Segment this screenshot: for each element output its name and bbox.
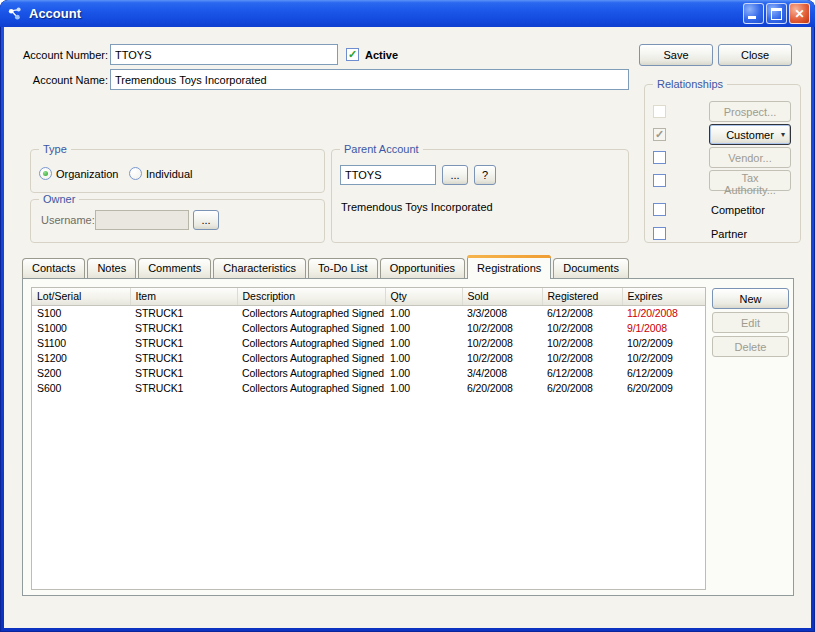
cell-sold: 3/4/2008 bbox=[462, 366, 542, 381]
relationship-row-prospect: Prospect... bbox=[645, 101, 800, 122]
edit-button[interactable]: Edit bbox=[712, 312, 789, 333]
cell-item: STRUCK1 bbox=[130, 381, 237, 396]
cell-registered: 10/2/2008 bbox=[542, 351, 622, 366]
competitor-checkbox[interactable] bbox=[653, 203, 666, 216]
close-window-button[interactable]: ✕ bbox=[789, 3, 810, 24]
account-name-input[interactable] bbox=[110, 69, 629, 90]
checkmark-icon: ✓ bbox=[348, 49, 357, 60]
tab-comments[interactable]: Comments bbox=[138, 258, 211, 278]
vendor-checkbox[interactable] bbox=[653, 151, 666, 164]
tax-authority-button[interactable]: Tax Authority... bbox=[709, 170, 791, 191]
column-header-description[interactable]: Description bbox=[237, 288, 385, 305]
cell-qty: 1.00 bbox=[385, 305, 462, 321]
column-header-expires[interactable]: Expires bbox=[622, 288, 705, 305]
username-input[interactable] bbox=[95, 210, 189, 230]
tax-authority-checkbox[interactable] bbox=[653, 174, 666, 187]
relationship-row-partner: Partner bbox=[645, 224, 800, 245]
column-header-item[interactable]: Item bbox=[130, 288, 237, 305]
table-row[interactable]: S100 STRUCK1 Collectors Autographed Sign… bbox=[32, 305, 705, 321]
tab-opportunities[interactable]: Opportunities bbox=[380, 258, 465, 278]
column-header-registered[interactable]: Registered bbox=[542, 288, 622, 305]
vendor-button[interactable]: Vendor... bbox=[709, 147, 791, 168]
app-icon[interactable] bbox=[7, 6, 23, 22]
prospect-checkbox[interactable] bbox=[653, 105, 666, 118]
cell-description: Collectors Autographed Signed bbox=[237, 321, 385, 336]
cell-qty: 1.00 bbox=[385, 336, 462, 351]
account-window: Account ✕ Account Number: ✓ Active Save … bbox=[0, 0, 815, 632]
cell-qty: 1.00 bbox=[385, 321, 462, 336]
cell-description: Collectors Autographed Signed bbox=[237, 381, 385, 396]
account-number-label: Account Number: bbox=[8, 49, 108, 62]
table-row[interactable]: S600 STRUCK1 Collectors Autographed Sign… bbox=[32, 381, 705, 396]
cell-qty: 1.00 bbox=[385, 351, 462, 366]
partner-label: Partner bbox=[711, 228, 747, 241]
new-button[interactable]: New bbox=[712, 288, 789, 309]
minimize-icon bbox=[748, 16, 756, 19]
table-row[interactable]: S200 STRUCK1 Collectors Autographed Sign… bbox=[32, 366, 705, 381]
organization-radio[interactable] bbox=[39, 167, 52, 180]
close-icon: ✕ bbox=[794, 8, 804, 20]
cell-sold: 10/2/2008 bbox=[462, 321, 542, 336]
save-button[interactable]: Save bbox=[639, 44, 713, 66]
owner-group: Owner Username: ... bbox=[30, 199, 325, 243]
tab-documents[interactable]: Documents bbox=[553, 258, 629, 278]
type-group: Type Organization Individual bbox=[30, 149, 325, 193]
account-number-input[interactable] bbox=[110, 44, 338, 65]
delete-button[interactable]: Delete bbox=[712, 336, 789, 357]
cell-registered: 10/2/2008 bbox=[542, 321, 622, 336]
cell-item: STRUCK1 bbox=[130, 366, 237, 381]
minimize-button[interactable] bbox=[743, 3, 764, 24]
tab-characteristics[interactable]: Characteristics bbox=[213, 258, 306, 278]
type-group-title: Type bbox=[39, 143, 71, 156]
individual-radio[interactable] bbox=[129, 167, 142, 180]
relationship-row-tax-authority: Tax Authority... bbox=[645, 170, 800, 191]
relationships-group: Relationships Prospect... ✓ Customer▾ Ve… bbox=[644, 84, 801, 243]
column-header-lot-serial[interactable]: Lot/Serial bbox=[32, 288, 130, 305]
tab-notes[interactable]: Notes bbox=[87, 258, 136, 278]
customer-button-label: Customer bbox=[726, 129, 774, 141]
checkmark-icon: ✓ bbox=[655, 129, 664, 140]
username-label: Username: bbox=[41, 214, 95, 227]
cell-sold: 3/3/2008 bbox=[462, 305, 542, 321]
parent-account-group: Parent Account ... ? Tremendous Toys Inc… bbox=[331, 149, 629, 243]
table-row[interactable]: S1000 STRUCK1 Collectors Autographed Sig… bbox=[32, 321, 705, 336]
cell-lot-serial: S1000 bbox=[32, 321, 130, 336]
active-checkbox[interactable]: ✓ bbox=[346, 48, 359, 61]
tab-registrations[interactable]: Registrations bbox=[467, 255, 551, 279]
parent-account-browse-button[interactable]: ... bbox=[442, 165, 468, 185]
cell-expires: 9/1/2008 bbox=[622, 321, 705, 336]
individual-label: Individual bbox=[146, 168, 192, 181]
titlebar[interactable]: Account ✕ bbox=[0, 0, 815, 27]
table-row[interactable]: S1100 STRUCK1 Collectors Autographed Sig… bbox=[32, 336, 705, 351]
cell-lot-serial: S1200 bbox=[32, 351, 130, 366]
relationships-group-title: Relationships bbox=[653, 78, 727, 91]
tab-to-do-list[interactable]: To-Do List bbox=[308, 258, 378, 278]
relationship-row-customer: ✓ Customer▾ bbox=[645, 124, 800, 145]
cell-lot-serial: S600 bbox=[32, 381, 130, 396]
active-label: Active bbox=[365, 49, 398, 62]
column-header-sold[interactable]: Sold bbox=[462, 288, 542, 305]
cell-item: STRUCK1 bbox=[130, 351, 237, 366]
customer-checkbox[interactable]: ✓ bbox=[653, 128, 666, 141]
column-header-qty[interactable]: Qty bbox=[385, 288, 462, 305]
prospect-button[interactable]: Prospect... bbox=[709, 101, 791, 122]
parent-account-help-button[interactable]: ? bbox=[474, 165, 496, 185]
cell-expires: 6/12/2009 bbox=[622, 366, 705, 381]
registrations-listview: Lot/Serial Item Description Qty Sold Reg… bbox=[31, 287, 706, 590]
maximize-button[interactable] bbox=[766, 3, 787, 24]
table-row[interactable]: S1200 STRUCK1 Collectors Autographed Sig… bbox=[32, 351, 705, 366]
partner-checkbox[interactable] bbox=[653, 227, 666, 240]
parent-account-input[interactable] bbox=[340, 165, 436, 185]
organization-label: Organization bbox=[56, 168, 118, 181]
cell-description: Collectors Autographed Signed bbox=[237, 366, 385, 381]
owner-browse-button[interactable]: ... bbox=[193, 210, 219, 230]
tab-contacts[interactable]: Contacts bbox=[22, 258, 85, 278]
customer-button[interactable]: Customer▾ bbox=[709, 124, 791, 145]
cell-expires: 10/2/2009 bbox=[622, 351, 705, 366]
close-button[interactable]: Close bbox=[718, 44, 792, 66]
cell-sold: 10/2/2008 bbox=[462, 351, 542, 366]
cell-expires: 6/20/2009 bbox=[622, 381, 705, 396]
cell-qty: 1.00 bbox=[385, 366, 462, 381]
cell-lot-serial: S100 bbox=[32, 305, 130, 321]
tab-strip: Contacts Notes Comments Characteristics … bbox=[22, 255, 631, 279]
